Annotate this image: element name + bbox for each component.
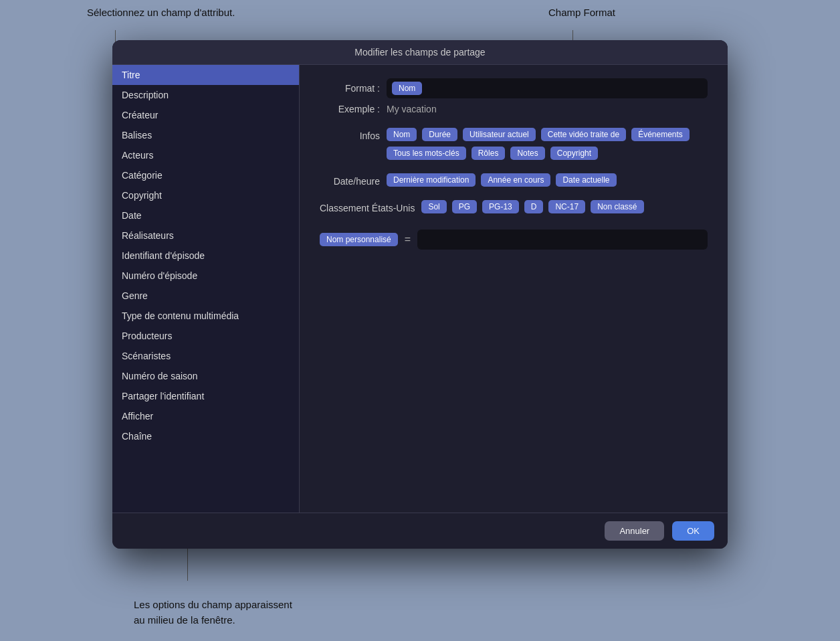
example-row: Exemple : My vacation	[320, 104, 708, 114]
dialog-container: Modifier les champs de partage TitreDesc…	[112, 40, 728, 549]
tag-2-1[interactable]: PG	[452, 200, 477, 213]
tag-0-7[interactable]: Notes	[510, 147, 544, 160]
tag-1-1[interactable]: Année en cours	[481, 173, 550, 187]
section-label-2: Classement États-Unis	[320, 200, 415, 213]
format-label: Format :	[320, 83, 380, 94]
sidebar-item-7[interactable]: Date	[112, 205, 299, 225]
dialog: Modifier les champs de partage TitreDesc…	[0, 40, 840, 587]
content-area: Format : Nom Exemple : My vacation Infos…	[300, 65, 728, 513]
tag-2-0[interactable]: Sol	[421, 200, 446, 213]
sidebar-item-4[interactable]: Acteurs	[112, 145, 299, 165]
example-value: My vacation	[387, 104, 437, 114]
tag-0-8[interactable]: Copyright	[550, 147, 598, 160]
tag-2-2[interactable]: PG-13	[482, 200, 519, 213]
sidebar-item-2[interactable]: Créateur	[112, 105, 299, 125]
sidebar-item-1[interactable]: Description	[112, 85, 299, 105]
sidebar-item-12[interactable]: Type de contenu multimédia	[112, 306, 299, 326]
tag-0-5[interactable]: Tous les mots-clés	[387, 147, 466, 160]
tags-grid-2: SolPGPG-13DNC-17Non classé	[421, 200, 708, 213]
format-row: Format : Nom	[320, 78, 708, 98]
tag-2-4[interactable]: NC-17	[548, 200, 585, 213]
sidebar-item-17[interactable]: Afficher	[112, 406, 299, 426]
annotation-top-right: Champ Format	[548, 7, 615, 18]
tag-0-1[interactable]: Durée	[422, 128, 457, 141]
sidebar-item-15[interactable]: Numéro de saison	[112, 366, 299, 386]
dialog-title: Modifier les champs de partage	[112, 40, 728, 65]
sidebar-item-14[interactable]: Scénaristes	[112, 346, 299, 366]
custom-field-input[interactable]	[417, 230, 708, 250]
equals-sign: =	[405, 234, 411, 246]
tag-1-0[interactable]: Dernière modification	[387, 173, 476, 187]
dialog-body: TitreDescriptionCréateurBalisesActeursCa…	[112, 65, 728, 513]
sidebar-item-11[interactable]: Genre	[112, 286, 299, 306]
ok-button[interactable]: OK	[672, 521, 714, 541]
sidebar-item-3[interactable]: Balises	[112, 125, 299, 145]
tags-grid-0: NomDuréeUtilisateur actuelCette vidéo tr…	[387, 128, 708, 160]
sidebar-item-5[interactable]: Catégorie	[112, 165, 299, 185]
annotation-top-left: Sélectionnez un champ d'attribut.	[87, 7, 235, 18]
tag-0-3[interactable]: Cette vidéo traite de	[541, 128, 626, 141]
sidebar-item-9[interactable]: Identifiant d'épisode	[112, 246, 299, 266]
section-label-1: Date/heure	[320, 173, 380, 187]
dialog-footer: Annuler OK	[112, 513, 728, 549]
custom-tag[interactable]: Nom personnalisé	[320, 233, 398, 246]
format-tag[interactable]: Nom	[392, 82, 422, 95]
custom-row: Nom personnalisé =	[320, 230, 708, 250]
tag-2-5[interactable]: Non classé	[591, 200, 643, 213]
example-label: Exemple :	[320, 104, 380, 114]
sidebar-item-10[interactable]: Numéro d'épisode	[112, 266, 299, 286]
sidebar-item-0[interactable]: Titre	[112, 65, 299, 85]
cancel-button[interactable]: Annuler	[605, 521, 664, 541]
section-row-0: InfosNomDuréeUtilisateur actuelCette vid…	[320, 128, 708, 160]
annotation-bottom: Les options du champ apparaissentau mili…	[134, 598, 292, 628]
tags-grid-1: Dernière modificationAnnée en coursDate …	[387, 173, 708, 187]
section-row-2: Classement États-UnisSolPGPG-13DNC-17Non…	[320, 200, 708, 213]
sidebar: TitreDescriptionCréateurBalisesActeursCa…	[112, 65, 300, 513]
sidebar-item-18[interactable]: Chaîne	[112, 426, 299, 446]
tag-2-3[interactable]: D	[524, 200, 544, 213]
section-row-1: Date/heureDernière modificationAnnée en …	[320, 173, 708, 187]
format-field[interactable]: Nom	[387, 78, 708, 98]
tag-0-6[interactable]: Rôles	[471, 147, 506, 160]
sidebar-item-6[interactable]: Copyright	[112, 185, 299, 205]
dialog-title-text: Modifier les champs de partage	[354, 47, 485, 58]
tag-0-4[interactable]: Événements	[631, 128, 690, 141]
tag-0-0[interactable]: Nom	[387, 128, 417, 141]
sidebar-item-8[interactable]: Réalisateurs	[112, 225, 299, 246]
section-label-0: Infos	[320, 128, 380, 141]
tag-0-2[interactable]: Utilisateur actuel	[463, 128, 536, 141]
tag-1-2[interactable]: Date actuelle	[556, 173, 616, 187]
sidebar-item-16[interactable]: Partager l'identifiant	[112, 386, 299, 406]
sidebar-item-13[interactable]: Producteurs	[112, 326, 299, 346]
